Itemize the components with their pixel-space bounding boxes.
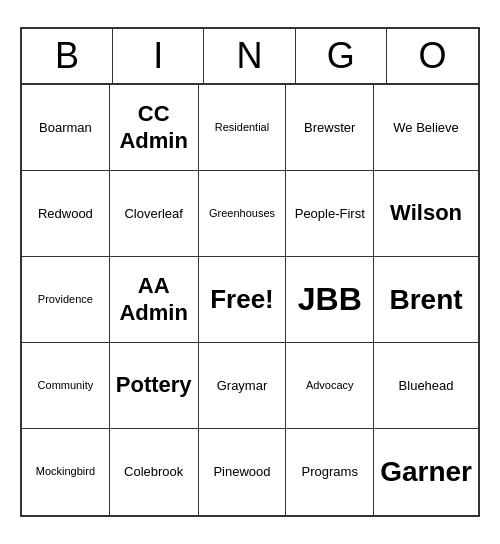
bingo-header: BINGO xyxy=(22,29,478,85)
bingo-cell: Mockingbird xyxy=(22,429,110,515)
bingo-header-letter: I xyxy=(113,29,204,83)
bingo-cell: Graymar xyxy=(199,343,287,429)
bingo-cell: Redwood xyxy=(22,171,110,257)
bingo-cell: Pinewood xyxy=(199,429,287,515)
bingo-cell: Providence xyxy=(22,257,110,343)
bingo-header-letter: O xyxy=(387,29,478,83)
bingo-cell: Greenhouses xyxy=(199,171,287,257)
bingo-cell: People-First xyxy=(286,171,374,257)
bingo-cell: Residential xyxy=(199,85,287,171)
bingo-cell: Programs xyxy=(286,429,374,515)
bingo-cell: Cloverleaf xyxy=(110,171,199,257)
bingo-cell: Pottery xyxy=(110,343,199,429)
bingo-card: BINGO BoarmanCC AdminResidentialBrewster… xyxy=(20,27,480,517)
bingo-cell: AA Admin xyxy=(110,257,199,343)
bingo-cell: Garner xyxy=(374,429,478,515)
bingo-header-letter: G xyxy=(296,29,387,83)
bingo-cell: Advocacy xyxy=(286,343,374,429)
bingo-header-letter: B xyxy=(22,29,113,83)
bingo-cell: Bluehead xyxy=(374,343,478,429)
bingo-cell: Boarman xyxy=(22,85,110,171)
bingo-cell: JBB xyxy=(286,257,374,343)
bingo-cell: Brewster xyxy=(286,85,374,171)
bingo-cell: Colebrook xyxy=(110,429,199,515)
bingo-header-letter: N xyxy=(204,29,295,83)
bingo-cell: We Believe xyxy=(374,85,478,171)
bingo-cell: Free! xyxy=(199,257,287,343)
bingo-grid: BoarmanCC AdminResidentialBrewsterWe Bel… xyxy=(22,85,478,515)
bingo-cell: Community xyxy=(22,343,110,429)
bingo-cell: Wilson xyxy=(374,171,478,257)
bingo-cell: CC Admin xyxy=(110,85,199,171)
bingo-cell: Brent xyxy=(374,257,478,343)
